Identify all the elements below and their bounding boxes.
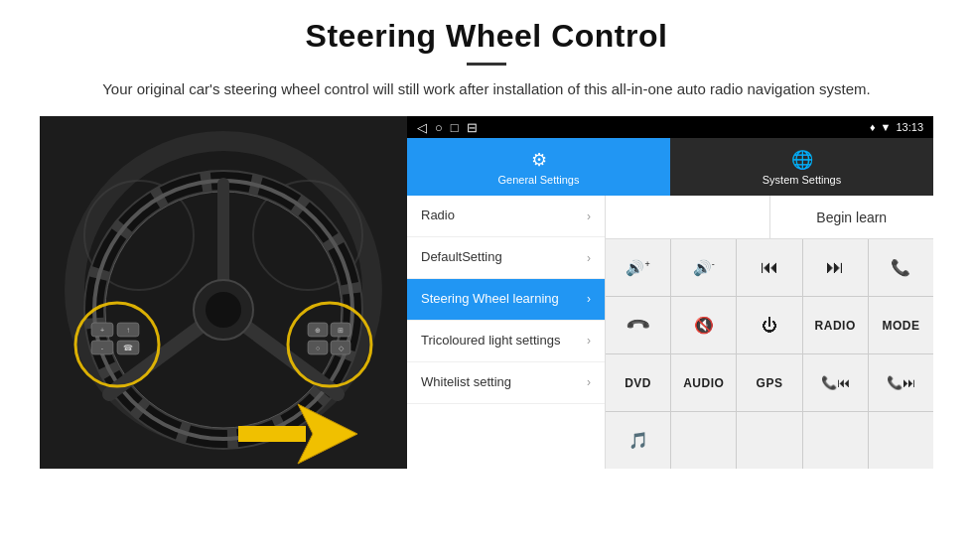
page-subtitle: Your original car's steering wheel contr… — [102, 77, 871, 100]
empty-btn-1 — [671, 412, 736, 469]
home-icon[interactable]: ○ — [435, 120, 443, 135]
prev-track-button[interactable]: ⏮ — [737, 239, 801, 296]
menu-item-whitelist[interactable]: Whitelist setting › — [407, 362, 605, 404]
audio-label: AUDIO — [683, 376, 724, 390]
empty-box — [606, 196, 770, 238]
prev-track-icon: ⏮ — [761, 257, 778, 278]
top-row: Begin learn — [606, 196, 933, 239]
tel-next-button[interactable]: 📞⏭ — [869, 354, 933, 411]
tab-system-label: System Settings — [763, 174, 841, 186]
empty-btn-2 — [737, 412, 801, 469]
media-button[interactable]: 🎵 — [606, 412, 670, 469]
dvd-button[interactable]: DVD — [606, 354, 670, 411]
content-row: + - ↑ ☎ ⊕ ⊞ ○ ◇ — [40, 116, 933, 469]
svg-rect-33 — [238, 426, 306, 442]
chevron-right-icon: › — [587, 210, 591, 223]
svg-text:+: + — [100, 327, 104, 334]
android-screen: ◁ ○ □ ⊟ ♦ ▼ 13:13 ⚙ General Settings — [407, 116, 933, 469]
gps-label: GPS — [757, 376, 783, 390]
gear-icon: ⚙ — [531, 149, 547, 171]
tab-general-label: General Settings — [498, 174, 580, 186]
page-container: Steering Wheel Control Your original car… — [0, 0, 973, 560]
mode-label: MODE — [882, 319, 919, 333]
dvd-label: DVD — [625, 376, 651, 390]
svg-text:○: ○ — [316, 345, 320, 351]
begin-learn-button[interactable]: Begin learn — [770, 196, 934, 238]
chevron-right-icon: › — [587, 251, 591, 265]
menu-item-radio[interactable]: Radio › — [407, 196, 605, 237]
title-divider — [467, 63, 506, 66]
mode-button[interactable]: MODE — [869, 297, 933, 353]
empty-btn-3 — [803, 412, 868, 469]
empty-btn-4 — [869, 412, 933, 469]
chevron-right-icon: › — [587, 375, 591, 389]
answer-icon: 📞 — [625, 312, 652, 340]
tel-prev-icon: 📞⏮ — [821, 375, 850, 390]
vol-up-button[interactable]: 🔊+ — [606, 239, 670, 296]
mute-icon: 🔇 — [694, 316, 714, 335]
phone-button[interactable]: 📞 — [869, 239, 933, 296]
page-title: Steering Wheel Control — [306, 18, 668, 55]
vol-down-icon: 🔊- — [693, 259, 715, 277]
globe-icon: 🌐 — [791, 149, 813, 171]
menu-icon[interactable]: ⊟ — [467, 120, 478, 135]
left-menu: Radio › DefaultSetting › Steering Wheel … — [407, 196, 606, 469]
wifi-icon: ▼ — [881, 121, 892, 133]
next-track-button[interactable]: ⏭ — [803, 239, 868, 296]
chevron-right-icon: › — [587, 334, 591, 348]
answer-button[interactable]: 📞 — [606, 297, 670, 353]
clock: 13:13 — [896, 121, 923, 133]
right-panel: Begin learn 🔊+ 🔊- ⏮ — [606, 196, 933, 469]
svg-text:⊞: ⊞ — [338, 327, 344, 334]
gps-button[interactable]: GPS — [737, 354, 801, 411]
svg-point-13 — [206, 292, 241, 328]
svg-text:☎: ☎ — [123, 344, 133, 352]
menu-item-default[interactable]: DefaultSetting › — [407, 237, 605, 279]
audio-button[interactable]: AUDIO — [671, 354, 736, 411]
main-area: Radio › DefaultSetting › Steering Wheel … — [407, 196, 933, 469]
back-icon[interactable]: ◁ — [417, 120, 427, 135]
tab-general-settings[interactable]: ⚙ General Settings — [407, 138, 670, 196]
radio-label: RADIO — [815, 319, 856, 333]
next-track-icon: ⏭ — [826, 257, 844, 278]
power-icon: ⏻ — [762, 317, 777, 335]
button-grid: 🔊+ 🔊- ⏮ ⏭ 📞 — [606, 239, 933, 469]
phone-icon: 📞 — [891, 258, 910, 277]
nav-icons: ◁ ○ □ ⊟ — [417, 120, 478, 135]
location-icon: ♦ — [870, 121, 876, 133]
vol-up-icon: 🔊+ — [626, 259, 649, 277]
svg-text:↑: ↑ — [126, 326, 130, 335]
steering-wheel-image: + - ↑ ☎ ⊕ ⊞ ○ ◇ — [40, 116, 407, 469]
recents-icon[interactable]: □ — [451, 120, 459, 135]
power-button[interactable]: ⏻ — [737, 297, 801, 353]
tel-prev-button[interactable]: 📞⏮ — [803, 354, 868, 411]
chevron-right-icon: › — [587, 292, 591, 306]
tab-bar: ⚙ General Settings 🌐 System Settings — [407, 138, 933, 196]
media-icon: 🎵 — [628, 431, 648, 450]
radio-button[interactable]: RADIO — [803, 297, 868, 353]
status-right: ♦ ▼ 13:13 — [870, 121, 923, 133]
svg-text:⊕: ⊕ — [315, 327, 321, 334]
tel-next-icon: 📞⏭ — [887, 375, 915, 390]
menu-item-tricoloured[interactable]: Tricoloured light settings › — [407, 321, 605, 362]
tab-system-settings[interactable]: 🌐 System Settings — [670, 138, 933, 196]
mute-button[interactable]: 🔇 — [671, 297, 736, 353]
menu-item-steering[interactable]: Steering Wheel learning › — [407, 279, 605, 321]
status-bar: ◁ ○ □ ⊟ ♦ ▼ 13:13 — [407, 116, 933, 138]
vol-down-button[interactable]: 🔊- — [671, 239, 736, 296]
